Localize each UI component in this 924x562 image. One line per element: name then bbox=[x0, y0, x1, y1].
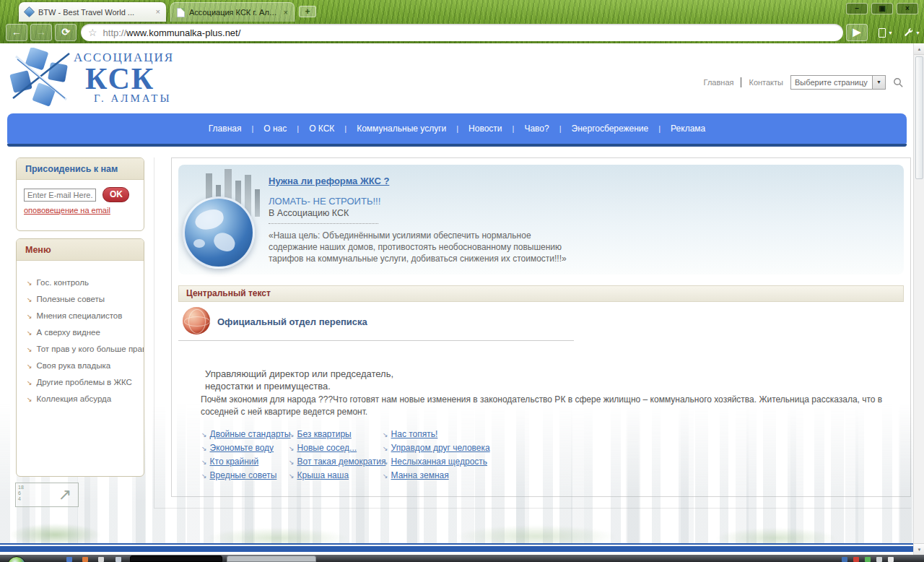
main-panel: Нужна ли реформа ЖКС ? ЛОМАТЬ- НЕ СТРОИТ… bbox=[171, 157, 911, 497]
tray-icon[interactable] bbox=[888, 557, 894, 562]
address-bar[interactable]: ☆ http:// www.kommunalka-plus.net/ bbox=[81, 24, 843, 41]
footer-stripe bbox=[0, 546, 924, 552]
article-link[interactable]: Без квартиры bbox=[297, 429, 352, 439]
nav-item-utilities[interactable]: Коммунальные услуги bbox=[357, 124, 446, 134]
article-link[interactable]: Вредные советы bbox=[210, 470, 277, 480]
arrow-bullet-icon: ↘ bbox=[27, 280, 32, 287]
arrow-bullet-icon: ↘ bbox=[27, 396, 32, 403]
restore-button[interactable]: ▣ bbox=[871, 3, 893, 14]
arrow-bullet-icon: ↘ bbox=[383, 431, 388, 438]
search-icon[interactable] bbox=[893, 77, 904, 88]
nav-item-about-us[interactable]: О нас bbox=[263, 124, 287, 134]
nav-separator: | bbox=[456, 124, 458, 133]
banner-line2: В Ассоциацию КСК bbox=[269, 208, 575, 218]
nav-item-news[interactable]: Новости bbox=[468, 124, 502, 134]
page-select-value: Выберите страницу bbox=[791, 78, 872, 87]
tab-title: Ассоциация КСК г. Алм... bbox=[189, 8, 279, 17]
page-select-dropdown[interactable]: Выберите страницу ▼ bbox=[790, 75, 886, 90]
start-button[interactable] bbox=[7, 556, 26, 562]
header-link-home[interactable]: Главная bbox=[704, 78, 734, 87]
sidebar-item-svoya-ruka[interactable]: ↘Своя рука владыка bbox=[27, 361, 144, 370]
counter-digit-row: 4 bbox=[18, 496, 24, 502]
new-tab-button[interactable]: + bbox=[299, 6, 316, 17]
email-field[interactable] bbox=[24, 189, 96, 202]
banner-line1: ЛОМАТЬ- НЕ СТРОИТЬ!!! bbox=[269, 196, 575, 207]
sidebar-item-sverhu-vidnee[interactable]: ↘А сверху виднее bbox=[27, 328, 144, 337]
red-globe-icon bbox=[183, 307, 210, 334]
taskbar-icon[interactable] bbox=[116, 557, 121, 562]
dotted-divider bbox=[269, 223, 378, 224]
sidebar-item-poleznye-sovety[interactable]: ↘Полезные советы bbox=[27, 295, 144, 303]
scrollbar-thumb[interactable] bbox=[915, 56, 923, 179]
visitor-counter[interactable]: 18 6 4 ↗ bbox=[15, 483, 79, 507]
article-link[interactable]: Крыша наша bbox=[297, 470, 349, 480]
taskbar-icon[interactable] bbox=[82, 557, 88, 562]
article-link[interactable]: Неслыханная щедрость bbox=[391, 457, 488, 467]
tray-icon[interactable] bbox=[853, 557, 859, 562]
bookmark-star-icon[interactable]: ☆ bbox=[88, 27, 97, 38]
back-button[interactable]: ← bbox=[6, 24, 27, 41]
ksk-logo-icon bbox=[9, 48, 74, 108]
scroll-up-icon[interactable]: ▲ bbox=[914, 43, 924, 55]
sidebar-item-label: Своя рука владыка bbox=[37, 361, 111, 370]
tab-close-icon[interactable]: × bbox=[284, 9, 288, 17]
ok-button[interactable]: OK bbox=[103, 187, 129, 202]
article-link[interactable]: Новые сосед... bbox=[297, 443, 357, 453]
sidebar-item-drugie-problemy[interactable]: ↘Другие проблемы в ЖКС bbox=[27, 378, 144, 386]
banner-headline-link[interactable]: Нужна ли реформа ЖКС ? bbox=[269, 176, 389, 186]
link-item: ↘Управдом друг человека bbox=[383, 441, 490, 454]
nav-item-home[interactable]: Главная bbox=[209, 124, 242, 134]
dropdown-arrow-icon[interactable]: ▼ bbox=[872, 76, 885, 89]
sidebar-item-label: Другие проблемы в ЖКС bbox=[37, 378, 132, 386]
page-scrollbar[interactable]: ▲ ▼ bbox=[913, 43, 924, 555]
nav-item-energy[interactable]: Энергосбережение bbox=[572, 124, 649, 134]
reload-button[interactable]: ⟳ bbox=[55, 24, 77, 41]
email-notify-link[interactable]: опововещение на email bbox=[24, 206, 110, 215]
tab-btw[interactable]: BTW - Best Travel World ... × bbox=[19, 2, 166, 22]
taskbar-window-button[interactable] bbox=[227, 555, 316, 562]
site-header: АССОЦИАЦИЯ КСК Г. АЛМАТЫ Главная Контакт… bbox=[0, 43, 924, 113]
nav-item-about-ksk[interactable]: О КСК bbox=[309, 124, 334, 134]
counter-digit-row: 6 bbox=[18, 490, 24, 496]
article-link[interactable]: Управдом друг человека bbox=[391, 443, 490, 453]
tab-close-icon[interactable]: × bbox=[156, 8, 160, 16]
logo-text: АССОЦИАЦИЯ КСК Г. АЛМАТЫ bbox=[74, 51, 174, 105]
link-item: ↘Двойные стандарты bbox=[201, 427, 290, 440]
go-button[interactable]: ▶ bbox=[846, 24, 868, 41]
article-link[interactable]: Нас топять! bbox=[391, 429, 438, 439]
taskbar-icon[interactable] bbox=[98, 557, 104, 562]
article-link[interactable]: Манна земная bbox=[391, 470, 449, 480]
tray-icon[interactable] bbox=[865, 557, 871, 562]
wrench-menu-button[interactable]: ▼ bbox=[901, 24, 923, 41]
forward-button[interactable]: → bbox=[30, 24, 52, 41]
globe-continent bbox=[193, 239, 205, 248]
scroll-down-icon[interactable]: ▼ bbox=[914, 543, 924, 555]
sidebar-item-mnenia[interactable]: ↘Мнения специалистов bbox=[27, 311, 144, 320]
close-button[interactable]: × bbox=[897, 3, 918, 14]
nav-item-ads[interactable]: Реклама bbox=[671, 124, 705, 134]
arrow-bullet-icon: ↘ bbox=[289, 459, 295, 466]
link-item: ↘Нас топять! bbox=[383, 427, 437, 440]
article-link[interactable]: Двойные стандарты bbox=[210, 429, 291, 439]
arrow-bullet-icon: ↘ bbox=[289, 445, 295, 452]
header-link-contacts[interactable]: Контакты bbox=[749, 78, 783, 87]
article-link[interactable]: Вот такая демократия bbox=[297, 457, 386, 467]
taskbar-window-button[interactable] bbox=[130, 555, 222, 562]
page-menu-button[interactable]: ▼ bbox=[873, 24, 898, 41]
join-box-title: Присоиденись к нам bbox=[17, 158, 144, 180]
sidebar-item-gos-kontrol[interactable]: ↘Гос. контроль bbox=[27, 278, 144, 287]
nav-item-faq[interactable]: Чаво? bbox=[524, 124, 549, 134]
arrow-bullet-icon: ↘ bbox=[201, 459, 207, 466]
article-link[interactable]: Экономьте воду bbox=[210, 443, 274, 453]
arrow-bullet-icon: ↘ bbox=[27, 363, 32, 370]
tab-ksk[interactable]: Ассоциация КСК г. Алм... × bbox=[170, 2, 295, 22]
sidebar-item-tot-prav[interactable]: ↘Тот прав у кого больше прав bbox=[27, 345, 144, 353]
article-link[interactable]: Кто крайний bbox=[210, 457, 259, 467]
tray-icon[interactable] bbox=[842, 557, 847, 562]
tray-icon[interactable] bbox=[876, 557, 882, 562]
minimize-button[interactable]: – bbox=[846, 3, 868, 14]
sidebar-item-kollekcia-absurda[interactable]: ↘Коллекция абсурда bbox=[27, 394, 144, 403]
arrow-bullet-icon: ↘ bbox=[383, 459, 388, 466]
taskbar-icon[interactable] bbox=[66, 557, 72, 562]
arrow-bullet-icon: ↘ bbox=[383, 472, 388, 480]
